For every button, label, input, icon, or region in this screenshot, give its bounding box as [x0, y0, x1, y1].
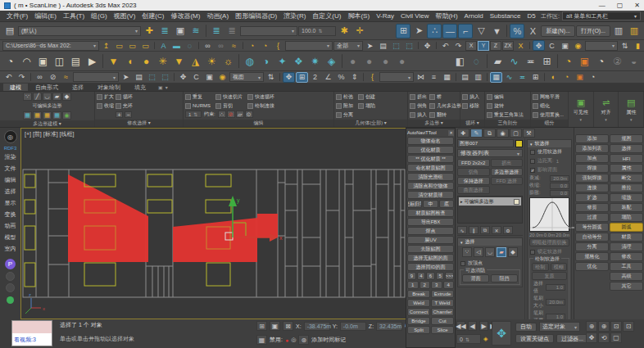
sun-icon[interactable]: ☀	[204, 53, 220, 70]
open-button[interactable]: 打开(O)...	[576, 25, 610, 37]
left-bar-item[interactable]: 渲染	[5, 153, 16, 161]
plugin-dim-icon-2[interactable]	[6, 283, 15, 292]
autonavi-number-button[interactable]: 2	[420, 281, 431, 289]
constraint-none-icon[interactable]: ∴	[218, 111, 226, 118]
right-panel-button[interactable]: 缩放	[610, 193, 643, 202]
plugin-green-icon[interactable]	[7, 296, 14, 304]
absolute-relative-icon[interactable]: ⊠	[283, 321, 293, 331]
separator[interactable]	[456, 73, 456, 81]
selection-filter-dropdown[interactable]: 全部	[333, 41, 363, 51]
align-button[interactable]: ⇌ 对齐 ▾	[594, 92, 619, 127]
remove-modifier-icon[interactable]: ✕	[492, 226, 501, 234]
set-key-button[interactable]: 设置关键点	[515, 334, 554, 343]
viewport-label[interactable]: [+] [前] [标准] [线框]	[25, 130, 74, 138]
layer-manager-icon[interactable]: ▦	[441, 72, 453, 83]
autonavi-number-button[interactable]: 3	[431, 281, 442, 289]
snap-3d-toggle-icon[interactable]: ⊞	[396, 24, 410, 38]
separator[interactable]	[342, 54, 342, 67]
object-name-field[interactable]: 图形007	[457, 139, 514, 147]
vertex-mode-icon[interactable]: ∵	[23, 93, 32, 101]
affect-backfacing-checkbox[interactable]: 影响背面	[528, 165, 571, 174]
autonavi-number-button[interactable]: 4	[443, 281, 455, 289]
autonavi-poly-button[interactable]: Weld	[407, 299, 430, 307]
ribbon-button[interactable]: NURMS	[185, 102, 211, 110]
autonavi-poly-button[interactable]: Connect	[407, 308, 430, 316]
autonavi-number-button[interactable]: 1	[407, 281, 419, 289]
dot-2-icon[interactable]: ●	[361, 53, 377, 70]
autonavi-mini-button[interactable]: 6	[426, 272, 435, 280]
right-panel-button[interactable]: 规图	[610, 134, 643, 143]
close-button[interactable]: ✕	[634, 2, 640, 9]
show-end-result-icon[interactable]: ∥	[469, 226, 478, 234]
select-rotate-icon[interactable]: C	[190, 72, 202, 83]
right-panel-button[interactable]: 扩选	[575, 193, 609, 202]
modifier-button[interactable]: 切角	[457, 168, 490, 176]
safe-frame-icon[interactable]: ◌	[469, 53, 484, 70]
zoom-extents-icon[interactable]: ⊡	[610, 321, 622, 332]
ribbon-button[interactable]: 挤出	[410, 93, 427, 101]
ribbon-button[interactable]: 附加	[336, 102, 353, 110]
render-2-icon[interactable]: ②	[610, 53, 625, 70]
folder-open-icon[interactable]: ▭	[126, 40, 138, 51]
left-bar-item[interactable]: 变换	[5, 210, 16, 219]
import-icon[interactable]: ↥	[100, 40, 112, 51]
add-icon[interactable]: ✛	[352, 24, 367, 38]
menu-item[interactable]: D5	[524, 12, 539, 20]
save-settings-icon[interactable]: ▥	[627, 24, 642, 38]
preview-off-icon[interactable]: ▦	[23, 111, 32, 120]
element-mode-icon[interactable]: ◆	[62, 93, 71, 101]
soft-value-field[interactable]: 20.0m	[550, 175, 569, 182]
y-coordinate-field[interactable]: -0.0m	[340, 322, 366, 331]
separator[interactable]	[487, 54, 488, 67]
separator[interactable]	[529, 42, 530, 49]
rendered-frame-window-icon[interactable]: ▣	[574, 72, 586, 83]
selected-objects-dropdown[interactable]: 选定对象	[539, 322, 580, 332]
occlusion-button[interactable]: 阻挡	[491, 274, 518, 282]
macro-dropdown[interactable]	[379, 72, 414, 82]
modifier-list-dropdown[interactable]: 修改器列表	[457, 149, 523, 157]
time-tag-icon[interactable]: ⊛	[298, 335, 309, 345]
right-panel-button[interactable]: 工具	[610, 262, 643, 271]
ribbon-button[interactable]: 细化	[533, 102, 564, 110]
separator[interactable]	[198, 42, 199, 49]
keyboard-override-icon[interactable]: {	[366, 72, 379, 83]
zoom-region-icon[interactable]: ⊡	[623, 321, 634, 332]
left-bar-item[interactable]: 编辑	[5, 176, 16, 184]
globe-icon[interactable]: ◍	[242, 53, 257, 70]
menu-item[interactable]: Civil View	[397, 12, 433, 20]
separator[interactable]	[418, 42, 419, 49]
link-icon[interactable]: ∞	[202, 40, 214, 51]
select-place-icon[interactable]: ◉	[216, 72, 229, 83]
vertex-subobject-icon[interactable]: ∵	[462, 247, 472, 257]
minimize-button[interactable]: —	[599, 2, 605, 9]
select-move-icon[interactable]: ✥	[177, 72, 189, 83]
ribbon-button[interactable]: 重复	[185, 93, 211, 101]
menu-item[interactable]: 创建(C)	[138, 11, 167, 20]
ribbon-tab[interactable]: 对象绘制	[91, 84, 127, 91]
tab-create-icon[interactable]: ✚	[457, 129, 469, 138]
autonavi-mini-button[interactable]: 9	[407, 272, 416, 280]
reference-coordinate-dropdown[interactable]	[585, 41, 618, 51]
right-panel-button[interactable]: HFI	[610, 154, 643, 163]
right-panel-button[interactable]: 清理	[610, 242, 643, 251]
rect-select-region-icon[interactable]: ⬚	[390, 40, 402, 51]
ribbon-button[interactable]: 翻转	[429, 111, 461, 119]
menu-item[interactable]: 文件(F)	[3, 11, 31, 20]
edge-subobject-icon[interactable]: ◁	[474, 247, 483, 257]
menu-item[interactable]: 动画(A)	[203, 11, 232, 20]
select-by-name-icon[interactable]: ▤	[377, 40, 389, 51]
menu-item[interactable]: 图形编辑器(D)	[232, 11, 280, 20]
border-mode-icon[interactable]: ◡	[43, 93, 52, 101]
gear-star-icon[interactable]: ✱	[337, 24, 351, 38]
project-folder-dropdown[interactable]: C:\Users\86··ds Max 202:	[2, 41, 99, 51]
soft-value-field[interactable]: 0.0	[550, 190, 569, 197]
right-panel-button[interactable]: 属性	[610, 164, 643, 173]
ribbon-config-icon[interactable]: ▣	[158, 84, 163, 90]
dot-4-icon[interactable]: ●	[394, 53, 410, 70]
right-panel-button[interactable]: 高级	[610, 272, 643, 281]
right-panel-button[interactable]: 修改	[610, 252, 643, 261]
split-view-icon[interactable]: ◧	[452, 53, 468, 70]
ribbon-button[interactable]: 桥	[429, 93, 461, 101]
create-scene-explorer-icon[interactable]: ✚	[142, 24, 156, 38]
z-coordinate-field[interactable]: 32.435m	[376, 322, 402, 331]
